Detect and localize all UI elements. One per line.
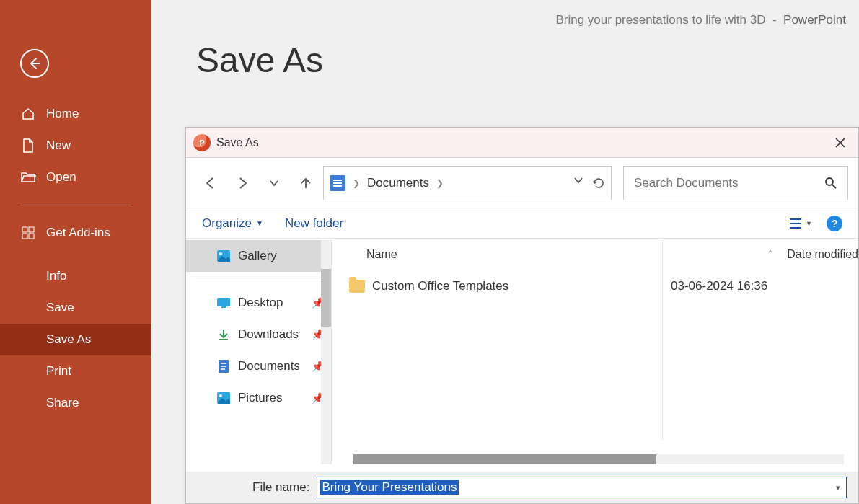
refresh-button[interactable] — [592, 177, 605, 190]
chevron-down-icon — [269, 180, 279, 187]
app-name: PowerPoint — [783, 13, 846, 27]
svg-rect-3 — [29, 234, 34, 239]
horizontal-scrollbar[interactable] — [353, 454, 844, 464]
powerpoint-icon: P — [193, 134, 211, 151]
quick-gallery[interactable]: Gallery — [186, 240, 331, 272]
new-folder-button[interactable]: New folder — [285, 216, 343, 231]
nav-save[interactable]: Save — [0, 292, 151, 324]
breadcrumb-separator-icon: ❯ — [436, 178, 444, 188]
nav-list: Home New Open Get Add-ins Info Save — [0, 98, 151, 419]
nav-forward-button[interactable] — [228, 169, 257, 198]
svg-rect-0 — [22, 227, 27, 232]
breadcrumb-separator-icon: ❯ — [353, 178, 360, 188]
file-list-pane: Name ˄ Date modified Custom Office Templ… — [332, 240, 858, 464]
search-icon — [824, 177, 837, 190]
new-folder-label: New folder — [285, 216, 343, 231]
caret-down-icon: ▼ — [806, 220, 812, 227]
backstage-sidebar: Home New Open Get Add-ins Info Save — [0, 0, 151, 504]
nav-print-label: Print — [46, 364, 71, 379]
window-title: Bring your presentations to life with 3D… — [555, 13, 846, 27]
file-icon — [20, 138, 36, 154]
quick-scrollbar[interactable] — [321, 240, 331, 464]
quick-desktop[interactable]: Desktop 📌 — [186, 287, 331, 319]
search-field[interactable] — [623, 166, 848, 200]
file-list-header: Name ˄ Date modified — [332, 240, 858, 269]
scrollbar-thumb[interactable] — [321, 269, 331, 327]
dialog-toolbar: Organize ▼ New folder ▼ ? — [186, 208, 858, 239]
nav-saveas[interactable]: Save As — [0, 324, 151, 355]
svg-rect-7 — [217, 298, 230, 306]
quick-downloads-label: Downloads — [238, 327, 299, 342]
save-as-dialog: P Save As ❯ Documents ❯ — [185, 127, 859, 504]
view-options-button[interactable]: ▼ — [788, 218, 812, 229]
document-location-icon — [330, 175, 345, 191]
desktop-icon — [216, 296, 231, 310]
arrow-up-icon — [299, 176, 313, 190]
caret-down-icon: ▼ — [256, 219, 263, 227]
quick-gallery-label: Gallery — [238, 249, 277, 263]
addins-icon — [20, 225, 36, 241]
file-row-name: Custom Office Templates — [372, 279, 671, 293]
folder-open-icon — [20, 169, 36, 185]
header-date[interactable]: Date modified — [787, 248, 858, 261]
nav-back-button[interactable] — [196, 169, 225, 198]
address-dropdown-button[interactable] — [573, 177, 583, 190]
nav-new[interactable]: New — [0, 130, 151, 162]
chevron-down-icon — [573, 177, 583, 184]
refresh-icon — [592, 177, 605, 190]
back-button[interactable] — [20, 49, 49, 78]
nav-print[interactable]: Print — [0, 355, 151, 387]
folder-icon — [349, 280, 365, 293]
sort-indicator-icon: ˄ — [768, 249, 772, 260]
nav-open[interactable]: Open — [0, 162, 151, 193]
nav-share-label: Share — [46, 396, 79, 410]
nav-home[interactable]: Home — [0, 98, 151, 130]
quick-access-pane: Gallery Desktop 📌 Downloads 📌 — [186, 240, 332, 464]
arrow-left-icon — [203, 176, 218, 190]
header-name[interactable]: Name — [366, 248, 655, 261]
filename-value[interactable]: Bring Your Presentations — [320, 480, 458, 495]
breadcrumb-item[interactable]: Documents — [367, 176, 429, 190]
nav-info[interactable]: Info — [0, 260, 151, 292]
filename-field[interactable]: Bring Your Presentations ▾ — [317, 477, 847, 498]
quick-desktop-label: Desktop — [238, 296, 283, 310]
nav-share[interactable]: Share — [0, 387, 151, 419]
home-icon — [20, 106, 36, 122]
arrow-left-icon — [27, 56, 42, 71]
nav-info-label: Info — [46, 269, 66, 283]
nav-saveas-label: Save As — [46, 332, 91, 347]
dialog-nav-row: ❯ Documents ❯ — [186, 158, 858, 208]
nav-addins-label: Get Add-ins — [46, 226, 110, 240]
help-button[interactable]: ? — [827, 216, 842, 231]
quick-downloads[interactable]: Downloads 📌 — [186, 319, 331, 350]
scrollbar-thumb[interactable] — [353, 454, 656, 464]
svg-rect-2 — [22, 234, 27, 239]
quick-documents[interactable]: Documents 📌 — [186, 350, 331, 382]
nav-up-button[interactable] — [291, 169, 320, 198]
quick-documents-label: Documents — [238, 359, 300, 373]
page-title: Save As — [196, 40, 323, 80]
chevron-down-icon[interactable]: ▾ — [836, 483, 840, 492]
nav-open-label: Open — [46, 170, 76, 185]
address-bar[interactable]: ❯ Documents ❯ — [323, 166, 612, 200]
quick-pictures[interactable]: Pictures 📌 — [186, 382, 331, 414]
nav-recent-button[interactable] — [260, 169, 288, 198]
nav-addins[interactable]: Get Add-ins — [0, 217, 151, 249]
dialog-body: Gallery Desktop 📌 Downloads 📌 — [186, 240, 858, 464]
downloads-icon — [216, 327, 231, 342]
svg-point-4 — [826, 178, 833, 185]
file-row[interactable]: Custom Office Templates 03-06-2024 16:36 — [332, 269, 858, 304]
nav-home-label: Home — [46, 107, 79, 121]
dialog-title: Save As — [216, 136, 259, 149]
dialog-titlebar: P Save As — [186, 128, 858, 158]
svg-point-11 — [219, 394, 222, 397]
search-input[interactable] — [634, 176, 824, 190]
doc-title: Bring your presentations to life with 3D — [555, 13, 765, 27]
search-button[interactable] — [824, 177, 837, 190]
organize-label: Organize — [202, 216, 252, 231]
organize-button[interactable]: Organize ▼ — [202, 216, 263, 231]
quick-separator — [196, 278, 321, 278]
pictures-icon — [216, 391, 231, 405]
close-button[interactable] — [829, 132, 851, 154]
column-divider[interactable] — [662, 240, 663, 440]
